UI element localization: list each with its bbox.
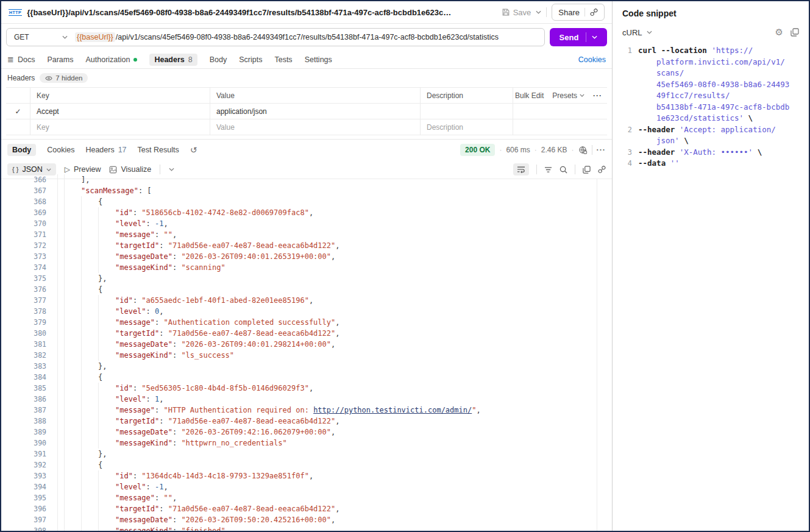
format-select[interactable]: { } JSON (7, 163, 56, 176)
visualize-options-chevron[interactable] (169, 168, 174, 171)
save-button[interactable]: Save (502, 8, 531, 17)
code-token: : (146, 395, 155, 403)
indent-guide (98, 525, 115, 531)
code-token: "httpwrn_no_credentials" (181, 439, 286, 447)
save-label: Save (513, 8, 531, 17)
send-button[interactable]: Send (550, 28, 607, 46)
save-options-chevron[interactable] (536, 10, 541, 14)
share-button[interactable]: Share (552, 4, 605, 21)
code-token: , (309, 384, 313, 392)
code-token: : (159, 417, 168, 425)
line-number: 368 (1, 196, 57, 207)
code-token: "messageKind" (115, 351, 172, 360)
indent-guide (98, 328, 115, 339)
indent-guide (64, 317, 81, 328)
save-icon (502, 8, 510, 16)
code-token: , (172, 494, 177, 502)
snippet-line-number: 4 (621, 158, 632, 169)
divider (160, 165, 160, 174)
description-placeholder[interactable]: Description (421, 119, 513, 135)
tab-response-cookies[interactable]: Cookies (47, 146, 74, 154)
tab-docs[interactable]: ≣ Docs (7, 55, 35, 64)
code-token: 0 (155, 307, 159, 316)
snippet-token: \ (753, 147, 762, 157)
presets-dropdown[interactable]: Presets (552, 91, 584, 100)
tab-authorization[interactable]: Authorization (85, 55, 137, 64)
line-number: 391 (1, 449, 57, 459)
response-more-button[interactable]: ··· (597, 146, 606, 154)
snippet-code-block[interactable]: 1curl --location 'https://platform.invic… (613, 43, 809, 169)
snippet-line: 45ef5469-08f0-4938-b8a6-24493 (621, 79, 805, 91)
tab-test-results[interactable]: Test Results (138, 146, 179, 154)
snippet-copy-icon[interactable] (790, 28, 799, 37)
search-icon[interactable] (560, 166, 567, 174)
more-options-button[interactable]: ··· (593, 91, 602, 100)
key-placeholder[interactable]: Key (30, 119, 210, 135)
code-token: "messageKind" (115, 263, 172, 272)
line-number: 383 (1, 361, 57, 372)
code-token: , (331, 252, 335, 261)
snippet-token: --location (661, 46, 712, 55)
env-variable-chip[interactable]: {{baseUrl}} (75, 32, 115, 42)
response-size[interactable]: 2.46 KB (541, 146, 567, 154)
tab-scripts[interactable]: Scripts (239, 55, 262, 64)
header-value-cell[interactable]: application/json (210, 104, 421, 119)
copy-link-icon[interactable] (590, 9, 598, 16)
snippet-token: 'https:// (711, 46, 753, 55)
network-info-icon[interactable] (578, 146, 588, 155)
filter-icon[interactable] (544, 166, 552, 173)
indent-guide (98, 503, 115, 514)
response-time[interactable]: 606 ms (506, 146, 530, 154)
cookies-link[interactable]: Cookies (578, 55, 606, 64)
divider (546, 7, 547, 17)
wrap-lines-button[interactable] (513, 163, 529, 176)
code-token: : (155, 406, 163, 414)
dot-separator: · (572, 146, 574, 154)
tab-headers[interactable]: Headers 8 (149, 54, 197, 66)
code-token: : (133, 472, 141, 480)
send-options-chevron[interactable] (592, 35, 597, 39)
indent-guide (98, 240, 115, 251)
indent-guide (81, 273, 98, 284)
url-input[interactable]: {{baseUrl}} /api/v1/scans/45ef5469-08f0-… (75, 32, 544, 42)
code-token: "message" (115, 406, 155, 414)
visualize-button[interactable]: Visualize (109, 165, 151, 174)
value-placeholder[interactable]: Value (210, 119, 421, 135)
snippet-line: 1curl --location 'https:// (621, 45, 805, 57)
code-token: "71a0d56e-ea07-4e87-8ead-eeaca6b4d122" (168, 505, 336, 513)
response-url-link[interactable]: http://python.testinvicti.com/admin/ (313, 406, 472, 414)
status-badge[interactable]: 200 OK (460, 144, 495, 156)
indent-guide (98, 427, 115, 438)
code-line: 395"message": "", (1, 492, 612, 503)
response-history-icon[interactable]: ↺ (190, 145, 197, 155)
link-icon[interactable] (598, 166, 606, 174)
code-token: , (335, 505, 339, 513)
tab-params[interactable]: Params (47, 55, 73, 64)
tab-body[interactable]: Body (210, 55, 227, 64)
code-line: 391}, (1, 449, 612, 459)
row-checkbox[interactable]: ✓ (6, 104, 30, 119)
copy-icon[interactable] (583, 166, 591, 174)
hidden-headers-badge[interactable]: 7 hidden (40, 73, 88, 83)
code-token: : (155, 494, 163, 502)
tab-response-body[interactable]: Body (7, 144, 36, 156)
snippet-line-number: 2 (621, 124, 632, 136)
response-body-json[interactable]: 366],367"scanMessage": [368{369"id": "51… (1, 174, 612, 531)
code-line: 370"level": -1, (1, 218, 612, 229)
tab-settings[interactable]: Settings (305, 55, 332, 64)
header-description-cell[interactable] (421, 104, 513, 119)
tab-response-headers[interactable]: Headers 17 (85, 146, 126, 154)
method-select[interactable]: GET (7, 33, 75, 41)
indent-guide (64, 427, 81, 438)
code-line: 374"messageKind": "scanning" (1, 262, 612, 273)
bulk-edit-button[interactable]: Bulk Edit (515, 91, 544, 100)
snippet-language-select[interactable]: cURL (622, 28, 652, 37)
header-key-cell[interactable]: Accept (30, 104, 210, 119)
line-number: 384 (1, 372, 57, 383)
tab-tests[interactable]: Tests (274, 55, 292, 64)
preview-button[interactable]: ▷ Preview (65, 165, 101, 174)
headers-section-header: Headers 7 hidden (1, 69, 612, 87)
code-token: "level" (115, 219, 146, 228)
indent-guide (64, 339, 81, 350)
snippet-settings-icon[interactable]: ⚙ (775, 27, 783, 38)
